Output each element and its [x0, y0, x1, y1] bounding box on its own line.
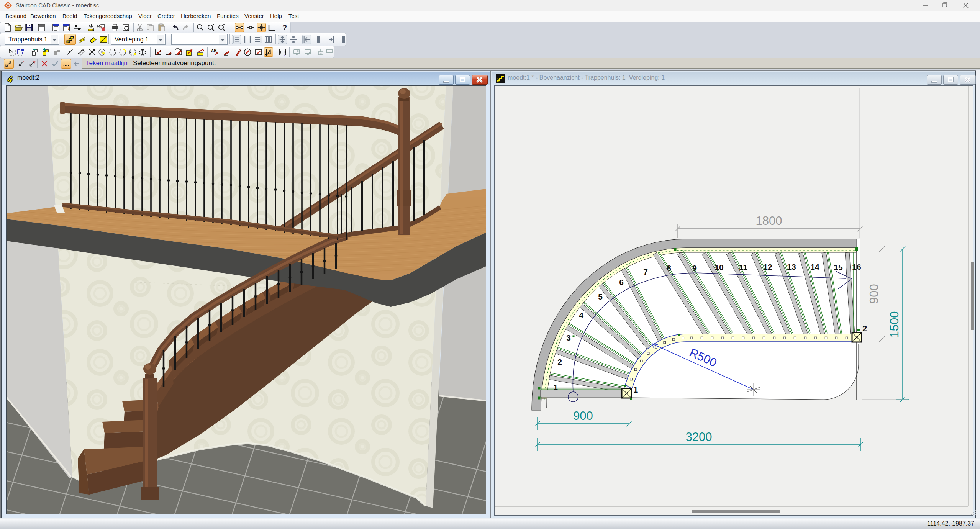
svg-text:1: 1: [633, 385, 638, 395]
svg-text:4: 4: [579, 311, 583, 319]
svg-text:6: 6: [619, 278, 624, 287]
svg-text:900: 900: [867, 284, 881, 304]
svg-text:1: 1: [553, 383, 558, 391]
svg-text:12: 12: [763, 262, 772, 271]
svg-text:8: 8: [667, 264, 671, 272]
svg-text:AB: AB: [211, 49, 216, 53]
svg-text:?: ?: [282, 23, 287, 32]
svg-text:5: 5: [598, 292, 603, 301]
svg-text:9: 9: [692, 264, 697, 272]
svg-text:16: 16: [852, 262, 861, 271]
svg-text:2: 2: [862, 324, 867, 333]
svg-text:7: 7: [643, 267, 648, 276]
svg-text:15: 15: [834, 263, 843, 272]
svg-text:2: 2: [557, 357, 562, 366]
svg-text:11: 11: [739, 263, 748, 272]
svg-text:3: 3: [566, 333, 571, 342]
svg-text:3200: 3200: [686, 430, 712, 444]
svg-text:14: 14: [810, 262, 819, 271]
svg-text:13: 13: [787, 262, 796, 271]
svg-text:900: 900: [573, 409, 593, 423]
svg-text:10: 10: [715, 263, 723, 272]
svg-text:1800: 1800: [756, 214, 782, 228]
svg-text:?: ?: [284, 53, 286, 57]
svg-text:1500: 1500: [888, 311, 901, 338]
svg-text:$: $: [68, 27, 70, 31]
